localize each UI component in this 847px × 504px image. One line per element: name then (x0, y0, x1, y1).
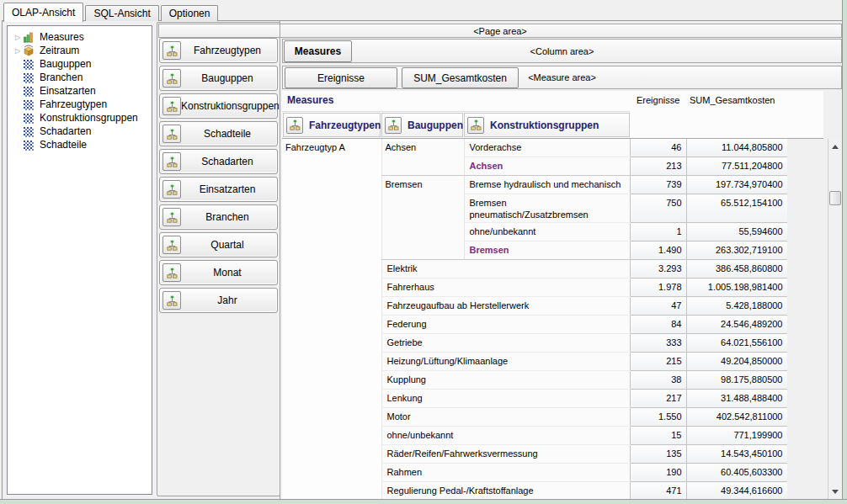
dimension-button-label: Jahr (181, 294, 277, 306)
measure-button-ereignisse[interactable]: Ereignisse (285, 67, 397, 88)
row-label-cell-achsen[interactable]: Achsen (381, 139, 464, 176)
tree-item-konstruktionsgruppen[interactable]: Konstruktionsgruppen (8, 111, 152, 125)
column-header-label: Fahrzeugtypen (303, 119, 381, 131)
row-label-cell-ohne-unbekannt[interactable]: ohne/unbekannt (464, 223, 630, 241)
scroll-down-button[interactable] (828, 485, 842, 498)
tree-item-einsatzarten[interactable]: Einsatzarten (8, 84, 152, 98)
value-cell-sum-gesamtkosten: 55,594600 (686, 223, 787, 241)
hierarchy-icon (162, 152, 181, 171)
hierarchy-icon (162, 180, 181, 199)
value-column-header-ereignisse[interactable]: Ereignisse (637, 95, 679, 105)
scroll-up-button[interactable] (828, 140, 842, 153)
hierarchy-icon (385, 117, 402, 134)
value-cell-sum-gesamtkosten: 11.044,805800 (686, 139, 787, 157)
measure-area-label: <Measure area> (528, 72, 596, 82)
hierarchy-icon (162, 41, 181, 60)
measure-button-sum-gesamtkosten[interactable]: SUM_Gesamtkosten (402, 67, 519, 88)
tree-item-label: Measures (36, 31, 84, 43)
tree-item-schadarten[interactable]: Schadarten (8, 125, 152, 138)
dimension-button-quartal[interactable]: Quartal (159, 232, 278, 257)
tree-item-bauguppen[interactable]: Bauguppen (8, 57, 152, 71)
hierarchy-icon (162, 69, 181, 88)
row-label-cell-elektrik[interactable]: Elektrik (381, 260, 630, 279)
row-label-cell-bremsen-pneumatisch-zusatzbremsen[interactable]: Bremsen pneumatisch/Zusatzbremsen (464, 194, 630, 223)
dimension-button-monat[interactable]: Monat (159, 260, 278, 285)
row-label-cell-getriebe[interactable]: Getriebe (381, 334, 630, 353)
row-label-cell-bremsen[interactable]: Bremsen (381, 176, 464, 260)
tree-item-branchen[interactable]: Branchen (8, 71, 152, 84)
column-header-konstruktionsgruppen[interactable]: Konstruktionsgruppen (464, 113, 630, 137)
row-label-cell-heizung-l-ftung-klimaanlage[interactable]: Heizung/Lüftung/Klimaanlage (381, 353, 630, 371)
dimension-button-einsatzarten[interactable]: Einsatzarten (159, 177, 278, 202)
value-cell-sum-gesamtkosten: 31.488,488400 (686, 390, 787, 408)
hierarchy-icon (467, 117, 484, 134)
tree-item-measures[interactable]: ▷Measures (8, 30, 152, 44)
value-cell-ereignisse: 217 (630, 390, 686, 408)
row-label-cell-fahrerhaus[interactable]: Fahrerhaus (381, 279, 630, 297)
dimension-button-branchen[interactable]: Branchen (159, 204, 278, 230)
hierarchy-icon (162, 97, 181, 115)
row-label-cell-motor[interactable]: Motor (381, 408, 630, 427)
value-cell-sum-gesamtkosten: 1.005.198,981400 (686, 279, 787, 297)
tree-item-label: Zeitraum (36, 45, 79, 56)
scroll-thumb[interactable] (829, 191, 841, 205)
value-cell-ereignisse: 215 (630, 353, 686, 371)
row-label-cell-ohne-unbekannt[interactable]: ohne/unbekannt (381, 427, 630, 445)
hierarchy-icon (162, 291, 181, 310)
row-label-cell-fahrzeugaufbau-ab-herstellerwerk[interactable]: Fahrzeugaufbau ab Herstellerwerk (381, 297, 630, 316)
pivot-table: Fahrzeugtyp AAchsenVorderachse4611.044,8… (282, 139, 787, 499)
panel-divider (280, 21, 280, 499)
hierarchy-icon (162, 263, 181, 282)
measures-pivot-button[interactable]: Measures (284, 40, 352, 62)
grid-icon (23, 85, 36, 97)
tree-item-zeitraum[interactable]: ▷Zeitraum (8, 44, 152, 57)
column-header-fahrzeugtypen[interactable]: Fahrzeugtypen (283, 113, 381, 137)
value-cell-ereignisse: 1 (630, 223, 686, 241)
dimension-button-jahr[interactable]: Jahr (159, 288, 278, 313)
value-cell-sum-gesamtkosten: 49.344,616600 (686, 482, 787, 500)
dimension-button-fahrzeugtypen[interactable]: Fahrzeugtypen (159, 38, 278, 63)
row-label-cell-fahrzeugtyp-a[interactable]: Fahrzeugtyp A (282, 139, 381, 499)
expand-arrow-icon[interactable]: ▷ (13, 34, 23, 41)
grid-icon (23, 98, 36, 110)
tab-optionen[interactable]: Optionen (161, 5, 219, 21)
row-label-cell-kupplung[interactable]: Kupplung (381, 371, 630, 390)
value-cell-sum-gesamtkosten: 402.542,811000 (686, 408, 787, 427)
value-cell-sum-gesamtkosten: 263.302,719100 (686, 241, 787, 260)
dimension-button-bauguppen[interactable]: Bauguppen (159, 66, 278, 91)
row-label-cell-regulierung-pedal-kraftstoffanlage[interactable]: Regulierung Pedal-/Kraftstoffanlage (381, 482, 630, 500)
column-header-label: Bauguppen (402, 119, 463, 131)
value-cell-ereignisse: 190 (630, 464, 686, 482)
pivot-table-header: Measures Ereignisse SUM_Gesamtkosten Fah… (282, 91, 823, 139)
tree-item-label: Branchen (36, 72, 83, 83)
page-area-dropzone[interactable]: <Page area> (158, 24, 842, 38)
column-area-dropzone[interactable]: <Column area> (282, 39, 842, 63)
value-cell-ereignisse: 46 (630, 139, 686, 157)
row-label-cell-federung[interactable]: Federung (381, 316, 630, 334)
dimension-button-schadteile[interactable]: Schadteile (159, 121, 278, 146)
expand-arrow-icon[interactable]: ▷ (13, 47, 23, 55)
vertical-scrollbar[interactable] (828, 139, 842, 499)
cube-icon (23, 45, 36, 56)
column-header-bauguppen[interactable]: Bauguppen (381, 113, 463, 137)
tab-olap-ansicht[interactable]: OLAP-Ansicht (3, 3, 83, 22)
value-column-header-sum-gesamtkosten[interactable]: SUM_Gesamtkosten (690, 95, 775, 105)
tree-item-schadteile[interactable]: Schadteile (8, 138, 152, 151)
dimension-button-schadarten[interactable]: Schadarten (159, 149, 278, 174)
dimension-button-label: Einsatzarten (181, 183, 277, 195)
row-label-cell-vorderachse[interactable]: Vorderachse (464, 139, 630, 157)
row-label-cell-r-der-reifen-fahrwerksvermessung[interactable]: Räder/Reifen/Fahrwerksvermessung (381, 445, 630, 464)
tree-item-fahrzeugtypen[interactable]: Fahrzeugtypen (8, 98, 152, 111)
row-label-cell-bremse-hydraulisch-und-mechanisch[interactable]: Bremse hydraulisch und mechanisch (464, 176, 630, 194)
dimension-button-konstruktionsgruppen[interactable]: Konstruktionsgruppen (159, 93, 278, 119)
dimension-button-label: Bauguppen (181, 72, 277, 84)
row-label-cell-achsen[interactable]: Achsen (464, 157, 630, 176)
value-cell-ereignisse: 213 (630, 157, 686, 176)
row-label-cell-bremsen[interactable]: Bremsen (464, 241, 630, 260)
row-label-cell-rahmen[interactable]: Rahmen (381, 464, 630, 482)
tab-sql-ansicht[interactable]: SQL-Ansicht (85, 5, 158, 21)
value-cell-sum-gesamtkosten: 60.405,603300 (686, 464, 787, 482)
row-label-cell-lenkung[interactable]: Lenkung (381, 390, 630, 408)
value-cell-sum-gesamtkosten: 24.546,489200 (686, 316, 787, 334)
value-cell-ereignisse: 47 (630, 297, 686, 316)
